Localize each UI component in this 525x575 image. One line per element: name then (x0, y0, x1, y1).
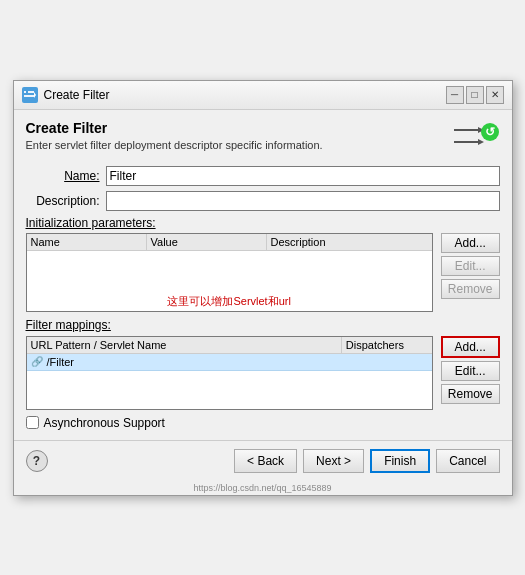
svg-rect-0 (24, 91, 34, 93)
name-label: Name: (26, 169, 106, 183)
filter-mappings-header: URL Pattern / Servlet Name Dispatchers (27, 337, 432, 354)
dialog-subtitle: Enter servlet filter deployment descript… (26, 139, 323, 151)
annotation-text: 这里可以增加Servlet和url (27, 294, 432, 309)
close-button[interactable]: ✕ (486, 86, 504, 104)
svg-marker-7 (478, 139, 484, 145)
create-filter-dialog: Create Filter ─ □ ✕ Create Filter Enter … (13, 80, 513, 496)
dialog-title: Create Filter (44, 88, 110, 102)
dialog-icon (22, 87, 38, 103)
mapping-col-disp-header: Dispatchers (342, 337, 432, 353)
mapping-row-icon: 🔗 (31, 356, 43, 367)
filter-mappings-table-wrapper: URL Pattern / Servlet Name Dispatchers 🔗… (26, 336, 433, 410)
svg-text:↺: ↺ (485, 125, 495, 139)
minimize-button[interactable]: ─ (446, 86, 464, 104)
svg-rect-1 (24, 95, 34, 97)
filter-mappings-edit-button[interactable]: Edit... (441, 361, 500, 381)
filter-mappings-section: Filter mappings: URL Pattern / Servlet N… (26, 318, 500, 410)
dialog-footer: ? < Back Next > Finish Cancel (14, 440, 512, 481)
mapping-col-url-header: URL Pattern / Servlet Name (27, 337, 342, 353)
svg-rect-2 (26, 89, 28, 95)
dialog-main-title: Create Filter (26, 120, 323, 136)
col-header-name: Name (27, 234, 147, 250)
footer-left: ? (26, 450, 48, 472)
header-icon: ↺ (452, 120, 500, 160)
init-params-edit-button[interactable]: Edit... (441, 256, 500, 276)
svg-marker-3 (34, 92, 36, 98)
filter-mappings-label: Filter mappings: (26, 318, 500, 332)
dialog-header: Create Filter Enter servlet filter deplo… (26, 120, 500, 160)
init-params-buttons: Add... Edit... Remove (441, 233, 500, 312)
init-params-add-button[interactable]: Add... (441, 233, 500, 253)
cancel-button[interactable]: Cancel (436, 449, 499, 473)
description-input[interactable] (106, 191, 500, 211)
filter-mappings-body: 🔗 /Filter (27, 354, 432, 409)
filter-mappings-area: URL Pattern / Servlet Name Dispatchers 🔗… (26, 336, 500, 410)
col-header-description: Description (267, 234, 432, 250)
col-header-value: Value (147, 234, 267, 250)
filter-mappings-buttons: Add... Edit... Remove (441, 336, 500, 410)
init-params-header: Name Value Description (27, 234, 432, 251)
filter-mappings-remove-button[interactable]: Remove (441, 384, 500, 404)
title-bar-left: Create Filter (22, 87, 110, 103)
name-row: Name: (26, 166, 500, 186)
filter-mappings-table: URL Pattern / Servlet Name Dispatchers 🔗… (26, 336, 433, 410)
title-bar: Create Filter ─ □ ✕ (14, 81, 512, 110)
async-support-label: Asynchronous Support (44, 416, 165, 430)
init-params-table-wrapper: Name Value Description 这里可以增加Servlet和url (26, 233, 433, 312)
async-support-checkbox[interactable] (26, 416, 39, 429)
watermark: https://blog.csdn.net/qq_16545889 (14, 481, 512, 495)
dialog-body: Create Filter Enter servlet filter deplo… (14, 110, 512, 440)
filter-mappings-add-button[interactable]: Add... (441, 336, 500, 358)
mapping-row-url: /Filter (47, 356, 75, 368)
async-support-row: Asynchronous Support (26, 416, 500, 430)
description-row: Description: (26, 191, 500, 211)
init-params-remove-button[interactable]: Remove (441, 279, 500, 299)
description-label: Description: (26, 194, 106, 208)
help-button[interactable]: ? (26, 450, 48, 472)
init-params-section: Name Value Description 这里可以增加Servlet和url… (26, 233, 500, 312)
init-params-body: 这里可以增加Servlet和url (27, 251, 432, 311)
footer-right: < Back Next > Finish Cancel (234, 449, 499, 473)
maximize-button[interactable]: □ (466, 86, 484, 104)
name-input[interactable] (106, 166, 500, 186)
table-row[interactable]: 🔗 /Filter (27, 354, 432, 371)
init-params-table: Name Value Description 这里可以增加Servlet和url (26, 233, 433, 312)
back-button[interactable]: < Back (234, 449, 297, 473)
title-buttons: ─ □ ✕ (446, 86, 504, 104)
header-text-area: Create Filter Enter servlet filter deplo… (26, 120, 323, 151)
finish-button[interactable]: Finish (370, 449, 430, 473)
next-button[interactable]: Next > (303, 449, 364, 473)
init-params-label: Initialization parameters: (26, 216, 500, 230)
